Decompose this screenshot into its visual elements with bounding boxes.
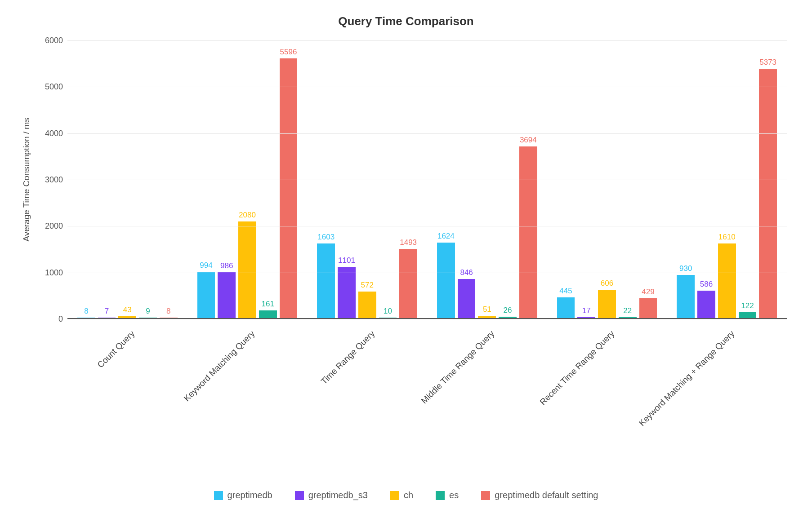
bar-value-label: 586 (700, 280, 713, 289)
bar-value-label: 3694 (520, 136, 537, 145)
bar-value-label: 43 (123, 305, 132, 314)
bar-value-label: 51 (483, 305, 491, 314)
bar-value-label: 22 (623, 306, 632, 315)
gridline (67, 40, 787, 41)
y-tick-label: 2000 (45, 221, 63, 231)
bar: 51 (478, 316, 496, 318)
bar: 445 (557, 297, 575, 318)
bar: 161 (259, 310, 277, 318)
bar-group: 93058616101225373Keyword Matching + Rang… (667, 40, 787, 318)
bar: 9 (139, 318, 157, 318)
bar: 1101 (338, 267, 356, 318)
bar: 8 (77, 318, 95, 318)
legend-item: es (436, 490, 459, 500)
y-tick-label: 5000 (45, 82, 63, 92)
legend-swatch (295, 491, 304, 500)
gridline (67, 87, 787, 87)
x-tick-label: Keyword Matching + Range Query (637, 329, 736, 428)
legend-label: greptimedb (228, 490, 272, 500)
bar: 572 (358, 292, 376, 318)
y-tick-label: 6000 (45, 36, 63, 45)
bar: 5373 (759, 69, 777, 318)
bar-value-label: 986 (220, 261, 233, 270)
legend-label: greptimedb default setting (495, 490, 598, 500)
bar-value-label: 994 (200, 261, 212, 270)
bar-value-label: 10 (384, 307, 392, 316)
gridline (67, 133, 787, 134)
y-tick-label: 3000 (45, 175, 63, 185)
bar: 2080 (238, 221, 256, 318)
bar: 1493 (399, 249, 417, 318)
bar-value-label: 2080 (239, 211, 256, 220)
legend-swatch (481, 491, 490, 500)
bar-value-label: 445 (559, 287, 572, 296)
bar: 26 (499, 317, 517, 318)
bar: 606 (598, 290, 616, 318)
bar: 122 (739, 312, 757, 318)
bar-value-label: 8 (166, 307, 170, 316)
bar-value-label: 26 (504, 306, 512, 315)
x-tick-label: Middle Time Range Query (419, 329, 497, 406)
legend-item: ch (390, 490, 413, 500)
gridline (67, 226, 787, 226)
chart-container: Query Time Comparison Average Time Consu… (9, 9, 803, 513)
bar-value-label: 930 (679, 264, 692, 273)
bar-group: 16031101572101493Time Range Query (307, 40, 427, 318)
x-tick-label: Keyword Matching Query (182, 329, 257, 403)
plot-area: 874398Count Query99498620801615596Keywor… (67, 40, 787, 319)
bar-group: 4451760622429Recent Time Range Query (547, 40, 667, 318)
legend-label: greptimedb_s3 (308, 490, 368, 500)
bar-value-label: 7 (105, 307, 109, 316)
bar-groups: 874398Count Query99498620801615596Keywor… (67, 40, 787, 318)
bar: 22 (619, 317, 637, 318)
bar-group: 874398Count Query (67, 40, 187, 318)
legend-item: greptimedb default setting (481, 490, 598, 500)
legend-swatch (436, 491, 445, 500)
bar: 994 (197, 272, 215, 318)
bar-value-label: 122 (741, 301, 754, 310)
gridline (67, 273, 787, 273)
bar: 429 (639, 298, 657, 318)
bar: 1610 (718, 243, 736, 318)
bar-value-label: 1493 (400, 238, 417, 247)
gridline (67, 319, 787, 319)
bar-value-label: 5596 (280, 48, 297, 57)
bar-value-label: 1610 (718, 233, 736, 242)
bar-group: 99498620801615596Keyword Matching Query (187, 40, 308, 318)
bar-value-label: 17 (582, 306, 591, 315)
y-axis-label: Average Time Consumption / ms (22, 118, 31, 241)
bar-value-label: 606 (601, 279, 613, 288)
chart-title: Query Time Comparison (9, 9, 803, 28)
bar: 5596 (280, 58, 298, 318)
legend-item: greptimedb (214, 490, 272, 500)
bar-group: 162484651263694Middle Time Range Query (427, 40, 547, 318)
bar: 7 (98, 318, 116, 318)
bar-value-label: 5373 (759, 58, 776, 67)
legend-swatch (390, 491, 399, 500)
bar: 1603 (317, 243, 335, 318)
legend-item: greptimedb_s3 (295, 490, 368, 500)
x-tick-label: Recent Time Range Query (538, 329, 617, 407)
bar: 986 (218, 272, 236, 318)
bar: 43 (118, 316, 136, 318)
x-tick-label: Time Range Query (319, 329, 377, 387)
bar-value-label: 1624 (437, 232, 455, 241)
bar: 1624 (437, 243, 455, 318)
legend-swatch (214, 491, 223, 500)
legend: greptimedbgreptimedb_s3chesgreptimedb de… (9, 490, 803, 500)
bar-value-label: 1603 (317, 233, 335, 242)
bar: 846 (458, 279, 476, 318)
bar-value-label: 161 (262, 300, 274, 309)
x-tick-label: Count Query (96, 329, 137, 370)
bar: 8 (160, 318, 178, 318)
bar-value-label: 1101 (338, 256, 355, 265)
bar: 586 (697, 291, 715, 318)
bar-value-label: 8 (84, 307, 88, 316)
bar-value-label: 429 (642, 288, 654, 296)
gridline (67, 180, 787, 180)
y-tick-label: 4000 (45, 128, 63, 138)
bar: 930 (677, 275, 695, 318)
bar: 3694 (519, 146, 537, 318)
legend-label: ch (404, 490, 413, 500)
y-tick-label: 1000 (45, 268, 63, 277)
